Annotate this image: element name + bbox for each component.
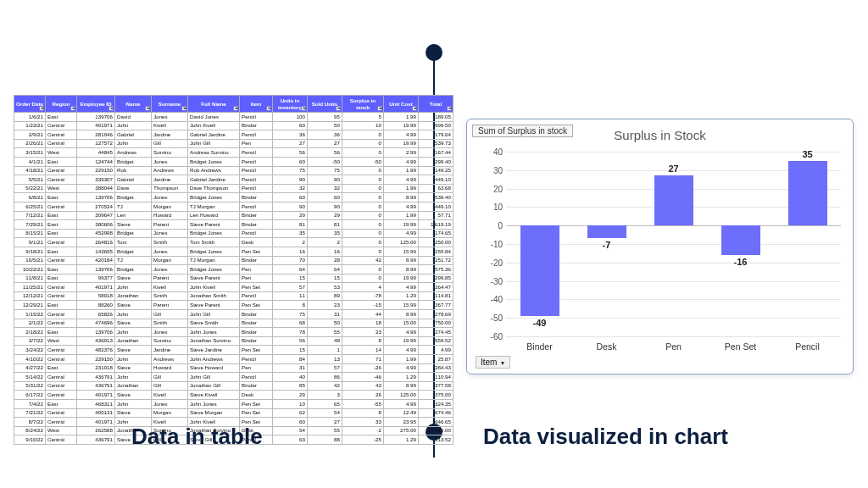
table-cell[interactable]: 388044 bbox=[77, 184, 115, 193]
table-cell[interactable]: 12/12/21 bbox=[14, 291, 46, 301]
table-cell[interactable]: 60 bbox=[273, 193, 308, 202]
table-cell[interactable]: 278.69 bbox=[419, 310, 453, 319]
table-cell[interactable]: 6/8/21 bbox=[14, 193, 46, 202]
table-cell[interactable]: East bbox=[46, 301, 77, 310]
table-cell[interactable]: 8.99 bbox=[384, 193, 419, 202]
table-cell[interactable]: Jones bbox=[152, 265, 188, 274]
table-cell[interactable]: John Gill bbox=[188, 373, 240, 382]
table-cell[interactable]: 1.29 bbox=[384, 373, 419, 382]
table-cell[interactable]: West bbox=[46, 336, 77, 346]
filter-dropdown-icon[interactable] bbox=[233, 106, 238, 111]
table-cell[interactable]: 139706 bbox=[77, 113, 115, 122]
table-cell[interactable]: 99377 bbox=[77, 274, 115, 283]
table-cell[interactable]: 6/17/22 bbox=[14, 391, 46, 400]
table-cell[interactable]: 4.99 bbox=[384, 400, 419, 409]
table-cell[interactable]: Binder bbox=[240, 328, 273, 337]
table-cell[interactable]: 81 bbox=[308, 220, 342, 230]
table-cell[interactable]: Tom bbox=[115, 238, 152, 247]
table-cell[interactable]: Desk bbox=[240, 391, 273, 400]
table-cell[interactable]: 174.65 bbox=[419, 229, 453, 238]
table-cell[interactable]: Sorvino bbox=[152, 148, 188, 158]
table-row[interactable]: 10/5/21Central420184TJMorganTJ MorganBin… bbox=[14, 256, 453, 265]
filter-dropdown-icon[interactable] bbox=[181, 106, 186, 111]
table-cell[interactable]: 71 bbox=[342, 355, 384, 364]
table-cell[interactable]: 124744 bbox=[77, 157, 115, 166]
table-cell[interactable]: John bbox=[115, 310, 152, 319]
table-cell[interactable]: 15.99 bbox=[384, 247, 419, 256]
table-cell[interactable]: Parent bbox=[152, 274, 188, 283]
table-cell[interactable]: 53 bbox=[308, 283, 342, 292]
table-cell[interactable]: Steve Parent bbox=[188, 301, 240, 310]
table-cell[interactable]: Pen bbox=[240, 265, 273, 274]
table-cell[interactable]: Central bbox=[46, 238, 77, 247]
table-cell[interactable]: 8.99 bbox=[384, 256, 419, 265]
table-cell[interactable]: Binder bbox=[240, 319, 273, 328]
table-cell[interactable]: Pen bbox=[240, 139, 273, 148]
table-cell[interactable]: Steve Parent bbox=[188, 274, 240, 283]
table-cell[interactable]: Rob bbox=[115, 166, 152, 175]
table-cell[interactable]: 90 bbox=[308, 202, 342, 211]
table-cell[interactable]: 1.99 bbox=[384, 113, 419, 122]
table-cell[interactable]: TJ bbox=[115, 256, 152, 265]
table-cell[interactable]: Jones bbox=[152, 229, 188, 238]
table-cell[interactable]: 31 bbox=[308, 310, 342, 319]
table-cell[interactable]: Andreas Sorvino bbox=[188, 148, 240, 158]
table-row[interactable]: 3/15/21West44845AndreasSorvinoAndreas So… bbox=[14, 148, 453, 158]
table-cell[interactable]: 63 bbox=[273, 435, 308, 445]
table-cell[interactable]: 167.44 bbox=[419, 148, 453, 158]
filter-dropdown-icon[interactable] bbox=[412, 106, 417, 111]
table-cell[interactable]: East bbox=[46, 328, 77, 337]
table-cell[interactable]: Bridget bbox=[115, 265, 152, 274]
table-cell[interactable]: 3/7/22 bbox=[14, 336, 46, 346]
table-cell[interactable]: 50 bbox=[308, 121, 342, 130]
table-cell[interactable]: 90 bbox=[273, 202, 308, 211]
table-cell[interactable]: 539.73 bbox=[419, 139, 453, 148]
table-cell[interactable]: 127572 bbox=[77, 139, 115, 148]
table-cell[interactable]: 139706 bbox=[77, 265, 115, 274]
table-cell[interactable]: Bridget bbox=[115, 247, 152, 256]
table-row[interactable]: 7/4/22East468311JohnJonesJohn JonesPen S… bbox=[14, 400, 453, 409]
table-cell[interactable]: 60 bbox=[273, 418, 308, 427]
filter-dropdown-icon[interactable] bbox=[377, 106, 382, 111]
table-cell[interactable]: 31 bbox=[273, 363, 308, 373]
column-header[interactable]: Units in inventory bbox=[273, 96, 308, 113]
table-cell[interactable]: Central bbox=[46, 130, 77, 140]
table-cell[interactable]: John Andrews bbox=[188, 355, 240, 364]
filter-dropdown-icon[interactable] bbox=[108, 106, 114, 111]
table-cell[interactable]: John bbox=[115, 328, 152, 337]
table-cell[interactable]: Central bbox=[46, 391, 77, 400]
table-cell[interactable]: Bridget bbox=[115, 229, 152, 238]
table-cell[interactable]: 1.99 bbox=[384, 166, 419, 175]
table-cell[interactable]: 114.81 bbox=[419, 291, 453, 301]
table-cell[interactable]: 88260 bbox=[77, 301, 115, 310]
table-cell[interactable]: Steve bbox=[115, 301, 152, 310]
table-cell[interactable]: Central bbox=[46, 291, 77, 301]
table-cell[interactable]: 264816 bbox=[77, 238, 115, 247]
filter-dropdown-icon[interactable] bbox=[266, 106, 271, 111]
table-cell[interactable]: 27 bbox=[273, 139, 308, 148]
table-cell[interactable]: 2/1/22 bbox=[14, 319, 46, 328]
table-cell[interactable]: 15,125.00 bbox=[419, 426, 453, 435]
table-cell[interactable]: 1,619.19 bbox=[419, 220, 453, 230]
table-cell[interactable]: Kivell bbox=[152, 283, 188, 292]
table-row[interactable]: 5/31/22Central436791JonathanGillJonathan… bbox=[14, 381, 453, 391]
table-cell[interactable]: 10 bbox=[273, 400, 308, 409]
table-cell[interactable]: 4.99 bbox=[384, 175, 419, 185]
table-cell[interactable]: Binder bbox=[240, 121, 273, 130]
table-cell[interactable]: 90 bbox=[308, 175, 342, 185]
table-cell[interactable]: 16 bbox=[308, 247, 342, 256]
table-cell[interactable]: Steve bbox=[115, 274, 152, 283]
table-cell[interactable]: 375.00 bbox=[419, 391, 453, 400]
column-header[interactable]: Total bbox=[419, 96, 453, 113]
table-cell[interactable]: 19.99 bbox=[384, 139, 419, 148]
table-cell[interactable]: 63.68 bbox=[419, 184, 453, 193]
table-cell[interactable]: 0 bbox=[342, 229, 384, 238]
table-cell[interactable]: 401971 bbox=[77, 391, 115, 400]
table-cell[interactable]: Central bbox=[46, 381, 77, 391]
table-cell[interactable]: 0 bbox=[342, 220, 384, 230]
table-cell[interactable]: Gabriel Jardine bbox=[188, 130, 240, 140]
table-cell[interactable]: 0 bbox=[342, 202, 384, 211]
filter-dropdown-icon[interactable] bbox=[39, 106, 44, 111]
table-cell[interactable]: Pen Set bbox=[240, 283, 273, 292]
table-cell[interactable]: 8/7/22 bbox=[14, 418, 46, 427]
